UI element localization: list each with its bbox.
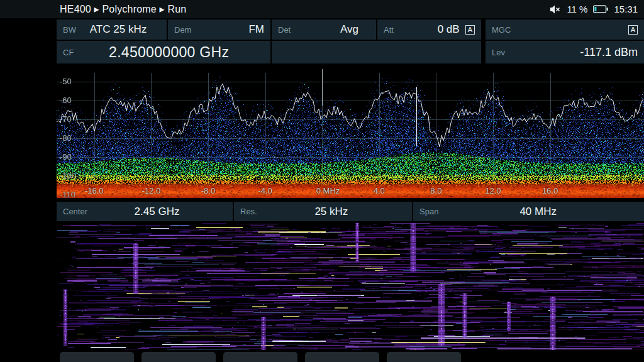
x-tick: 8.0 — [430, 186, 441, 195]
attenuation-auto-badge: A — [465, 25, 475, 35]
softkey-bar — [57, 352, 644, 362]
bandwidth-field[interactable]: BW ATC 25 kHz — [57, 19, 167, 40]
center-field[interactable]: Center 2.45 GHz — [57, 202, 233, 221]
center-frequency-value: 2.450000000 GHz — [74, 44, 264, 61]
mgc-auto-badge: A — [628, 25, 638, 35]
attenuation-field[interactable]: Att 0 dB A — [377, 19, 481, 40]
level-value: -117.1 dBm — [505, 46, 638, 59]
resolution-label: Res. — [240, 207, 257, 216]
detector-field[interactable]: Det Avg — [272, 19, 376, 40]
y-tick: -60 — [60, 96, 72, 105]
waterfall-canvas[interactable] — [57, 223, 644, 350]
battery-icon — [593, 5, 608, 13]
span-field[interactable]: Span 40 MHz — [413, 202, 644, 221]
center-label: Center — [63, 207, 87, 216]
y-tick: -80 — [60, 133, 72, 143]
x-tick: 16.0 — [542, 186, 558, 195]
center-value: 2.45 GHz — [87, 206, 226, 218]
x-tick: -12.0 — [142, 186, 161, 195]
status-bar: HE400 ▸ Polychrome ▸ Run 11 % 15:31 — [0, 0, 644, 18]
he400-polychrome-screen: HE400 ▸ Polychrome ▸ Run 11 % 15:31 — [0, 0, 644, 362]
level-label: Lev — [492, 48, 505, 57]
param-row-1: BW ATC 25 kHz Dem FM Det Avg Att 0 dB A … — [57, 19, 644, 40]
clock: 15:31 — [614, 4, 638, 14]
detector-value: Avg — [291, 23, 370, 36]
resolution-value: 25 kHz — [257, 206, 406, 218]
spectrum-display[interactable]: -50 -60 -70 -80 -90 -100 -110 -16.0 -12.… — [57, 65, 644, 200]
x-tick: -4.0 — [258, 186, 272, 195]
softkey-3[interactable] — [223, 352, 297, 362]
x-tick: 0 MHz — [316, 186, 340, 195]
demodulation-label: Dem — [174, 25, 191, 35]
bandwidth-label: BW — [63, 25, 76, 35]
attenuation-label: Att — [384, 25, 394, 35]
y-tick: -50 — [60, 77, 72, 86]
param-row-3: Center 2.45 GHz Res. 25 kHz Span 40 MHz — [57, 202, 644, 221]
x-tick: 12.0 — [485, 186, 501, 195]
y-tick: -100 — [60, 171, 76, 180]
level-field[interactable]: Lev -117.1 dBm — [486, 41, 644, 63]
resolution-field[interactable]: Res. 25 kHz — [234, 202, 412, 221]
x-tick: 4.0 — [374, 186, 385, 195]
y-tick: -70 — [60, 114, 72, 124]
battery-percent: 11 % — [567, 4, 587, 14]
softkey-5[interactable] — [387, 352, 461, 362]
y-tick: -90 — [60, 152, 72, 162]
attenuation-value: 0 dB — [394, 23, 460, 36]
demodulation-field[interactable]: Dem FM — [168, 19, 270, 40]
param-row-2: CF 2.450000000 GHz Lev -117.1 dBm — [57, 41, 644, 63]
center-frequency-field[interactable]: CF 2.450000000 GHz — [57, 41, 270, 63]
x-tick: -16.0 — [85, 186, 104, 195]
x-tick: -8.0 — [201, 186, 215, 195]
breadcrumb[interactable]: HE400 ▸ Polychrome ▸ Run — [60, 3, 186, 15]
demodulation-value: FM — [191, 23, 264, 36]
spectrum-canvas[interactable] — [57, 65, 644, 200]
softkey-2[interactable] — [142, 352, 216, 362]
empty-field — [272, 41, 481, 63]
softkey-1[interactable] — [60, 352, 134, 362]
bandwidth-value: ATC 25 kHz — [76, 23, 160, 36]
center-frequency-label: CF — [63, 48, 74, 57]
detector-label: Det — [278, 25, 291, 35]
span-label: Span — [419, 207, 438, 216]
speaker-muted-icon — [550, 4, 561, 14]
softkey-4[interactable] — [305, 352, 379, 362]
span-value: 40 MHz — [438, 206, 638, 218]
mgc-field[interactable]: MGC A — [486, 19, 644, 40]
status-right-cluster: 11 % 15:31 — [550, 4, 638, 14]
y-tick: -110 — [60, 190, 75, 199]
mgc-label: MGC — [492, 25, 511, 35]
waterfall-display[interactable] — [57, 223, 644, 350]
